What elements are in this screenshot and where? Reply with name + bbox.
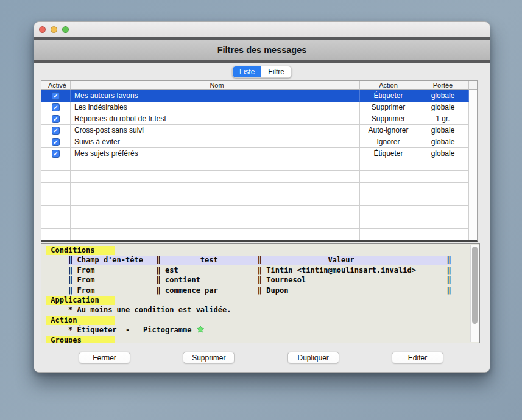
filter-action-cell: Étiqueter [360, 148, 417, 159]
filter-name-cell: Réponses du robot de fr.test [71, 113, 360, 125]
filter-name-cell: Les indésirables [71, 102, 360, 113]
view-switcher: Liste Filtre [232, 66, 292, 78]
filter-action-cell: Auto-ignorer [360, 125, 417, 136]
details-scrollbar[interactable] [470, 245, 479, 342]
section-label: Groupes [46, 336, 115, 343]
close-icon[interactable] [39, 26, 46, 33]
enabled-checkbox[interactable]: ✓ [52, 127, 60, 135]
empty-table-row[interactable] [41, 240, 477, 242]
table-header-row: ActivéNomActionPortée [41, 81, 477, 90]
conditions-header: ‖ Champ d'en-tête ‖ test ‖ Valeur ‖ [68, 256, 451, 265]
window-content: Liste Filtre ActivéNomActionPortée✓Mes a… [34, 63, 490, 373]
filter-name-cell: Mes sujets préférés [71, 148, 360, 159]
enabled-checkbox[interactable]: ✓ [52, 92, 60, 100]
enabled-checkbox[interactable]: ✓ [52, 115, 60, 123]
empty-table-row[interactable] [41, 183, 477, 194]
details-line: Conditions [46, 245, 479, 255]
table-row[interactable]: ✓Les indésirablesSupprimerglobale [41, 102, 477, 113]
filters-table: ActivéNomActionPortée✓Mes auteurs favori… [41, 80, 478, 242]
details-line: ‖ From ‖ est ‖ Tintin <tintin@moulinsart… [46, 265, 479, 275]
details-text: Conditions ‖ Champ d'en-tête ‖ test ‖ Va… [41, 244, 479, 343]
zoom-icon[interactable] [62, 26, 69, 33]
filter-scope-cell: globale [417, 136, 469, 148]
filter-action-cell: Ignorer [360, 136, 417, 148]
details-line: ‖ Champ d'en-tête ‖ test ‖ Valeur ‖ [46, 255, 479, 265]
table-row[interactable]: ✓Mes sujets préférésÉtiqueterglobale [41, 148, 477, 159]
empty-table-row[interactable] [41, 159, 477, 171]
filter-action-cell: Étiqueter [360, 90, 417, 102]
enabled-checkbox[interactable]: ✓ [52, 150, 60, 158]
desktop: { "window": { "title": "Filtres des mess… [0, 0, 522, 420]
scrollbar-thumb[interactable] [472, 247, 478, 324]
column-header-active[interactable]: Activé [41, 81, 71, 90]
section-label: Conditions [46, 246, 115, 255]
empty-table-row[interactable] [41, 229, 477, 240]
column-header-spacer [469, 81, 477, 90]
filters-window: Filtres des messages Liste Filtre Activé… [34, 21, 490, 373]
column-header-action[interactable]: Action [360, 81, 417, 90]
column-header-portee[interactable]: Portée [417, 81, 469, 90]
empty-table-row[interactable] [41, 217, 477, 229]
tab-filtre[interactable]: Filtre [261, 66, 291, 77]
section-label: Application [46, 296, 115, 305]
editer-button[interactable]: Editer [392, 352, 443, 363]
table-row[interactable]: ✓Mes auteurs favorisÉtiqueterglobale [41, 90, 477, 102]
filter-scope-cell: globale [417, 148, 469, 159]
details-line: Groupes [46, 335, 479, 343]
details-line: Application [46, 295, 479, 305]
details-line: * Étiqueter - Pictogramme [46, 325, 479, 335]
details-line: Action [46, 315, 479, 325]
filter-name-cell: Suivis à éviter [71, 136, 360, 148]
filter-name-cell: Mes auteurs favoris [71, 90, 360, 102]
empty-table-row[interactable] [41, 194, 477, 206]
action-button-row: FermerSupprimerDupliquerEditer [79, 352, 443, 363]
details-line: * Au moins une condition est validée. [46, 305, 479, 315]
green-star-icon [196, 325, 205, 334]
empty-table-row[interactable] [41, 171, 477, 183]
enabled-checkbox[interactable]: ✓ [52, 103, 60, 111]
filter-scope-cell: globale [417, 102, 469, 113]
minimize-icon[interactable] [51, 26, 57, 33]
tab-liste[interactable]: Liste [233, 66, 261, 77]
traffic-lights [39, 26, 69, 33]
table-row[interactable]: ✓Réponses du robot de fr.testSupprimer1 … [41, 113, 477, 125]
titlebar[interactable] [34, 22, 490, 37]
filter-action-cell: Supprimer [360, 102, 417, 113]
fermer-button[interactable]: Fermer [79, 352, 130, 363]
table-row[interactable]: ✓Cross-post sans suiviAuto-ignorerglobal… [41, 125, 477, 136]
details-panel: Conditions ‖ Champ d'en-tête ‖ test ‖ Va… [41, 243, 480, 343]
supprimer-button[interactable]: Supprimer [183, 352, 235, 363]
filter-scope-cell: globale [417, 125, 469, 136]
table-row[interactable]: ✓Suivis à éviterIgnorerglobale [41, 136, 477, 148]
window-title: Filtres des messages [34, 40, 490, 60]
filter-scope-cell: 1 gr. [417, 113, 469, 125]
details-line: ‖ From ‖ contient ‖ Tournesol ‖ [46, 275, 479, 285]
filter-scope-cell: globale [417, 90, 469, 102]
enabled-checkbox[interactable]: ✓ [52, 138, 60, 146]
details-line: ‖ From ‖ commence par ‖ Dupon ‖ [46, 285, 479, 295]
dupliquer-button[interactable]: Dupliquer [287, 352, 339, 363]
filter-action-cell: Supprimer [360, 113, 417, 125]
section-label: Action [46, 316, 115, 325]
filter-name-cell: Cross-post sans suivi [71, 125, 360, 136]
empty-table-row[interactable] [41, 206, 477, 217]
column-header-nom[interactable]: Nom [71, 81, 360, 90]
